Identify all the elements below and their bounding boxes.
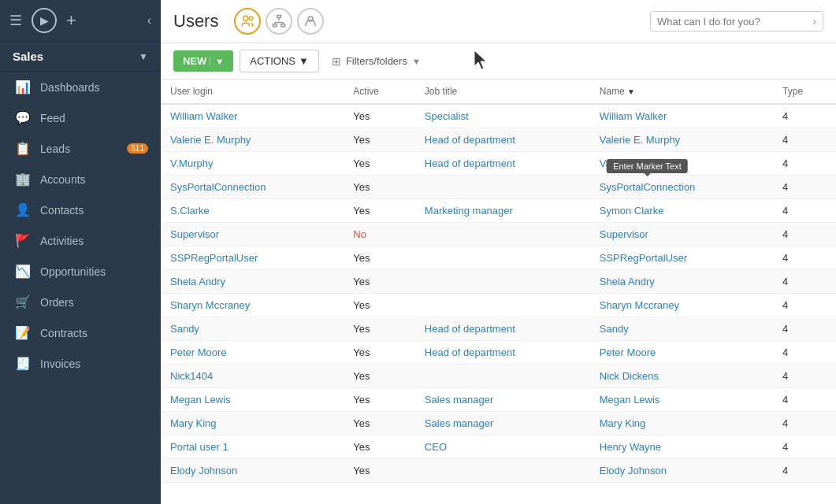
user-login-link[interactable]: Peter Moore: [170, 346, 227, 358]
name-link[interactable]: Sandy: [600, 323, 629, 335]
cell-name: Supervisor: [590, 223, 773, 246]
add-icon[interactable]: +: [66, 10, 76, 31]
name-link[interactable]: William Walker: [600, 110, 667, 122]
cell-name: SSPRegPortalUser: [590, 246, 773, 270]
cell-user-login: Supervisor: [161, 223, 344, 246]
user-login-link[interactable]: Nick1404: [170, 370, 213, 382]
svg-marker-10: [474, 50, 486, 69]
name-link[interactable]: Peter Moore: [600, 346, 656, 358]
cell-type: 4: [773, 412, 836, 435]
user-login-link[interactable]: SSPRegPortalUser: [170, 252, 258, 264]
contracts-icon: 📝: [15, 325, 31, 340]
name-link[interactable]: Shela Andry: [600, 276, 655, 287]
sidebar-item-contacts[interactable]: 👤 Contacts: [0, 195, 161, 225]
user-login-link[interactable]: Sandy: [170, 323, 199, 335]
user-login-link[interactable]: Supervisor: [170, 228, 219, 240]
cell-type: 4: [773, 246, 836, 270]
sort-arrow-icon: ▼: [627, 87, 635, 96]
sidebar-section-label: Sales: [13, 50, 139, 63]
name-link[interactable]: Mary King: [600, 417, 646, 429]
cell-active: Yes: [344, 104, 415, 128]
user-login-link[interactable]: William Walker: [170, 110, 237, 122]
name-link[interactable]: Supervisor: [600, 228, 648, 240]
cell-name: Henry Wayne: [590, 435, 773, 459]
sidebar-item-dashboards[interactable]: 📊 Dashboards: [0, 72, 161, 102]
name-link[interactable]: Nick Dickens: [600, 370, 659, 382]
table-row: SysPortalConnection Yes Enter Marker Tex…: [161, 176, 836, 199]
sidebar-item-leads[interactable]: 📋 Leads 511: [0, 133, 161, 164]
name-link[interactable]: SSPRegPortalUser: [600, 252, 687, 264]
app-logo[interactable]: ▶: [32, 8, 57, 33]
search-input[interactable]: [657, 16, 808, 28]
new-dropdown-arrow[interactable]: ▼: [210, 57, 224, 66]
accounts-icon: 🏢: [15, 172, 31, 187]
user-login-link[interactable]: SysPortalConnection: [170, 181, 266, 193]
user-login-link[interactable]: Shela Andry: [170, 276, 225, 287]
user-login-link[interactable]: V.Murphy: [170, 158, 213, 169]
collapse-icon[interactable]: ‹: [147, 13, 151, 28]
cell-user-login: Elody Johnson: [161, 459, 344, 483]
user-login-link[interactable]: Portal user 1: [170, 441, 229, 453]
user-login-link[interactable]: Sharyn Mccraney: [170, 299, 250, 311]
col-type: Type: [773, 80, 836, 104]
name-link[interactable]: Valerie E. Murphy: [600, 134, 680, 146]
sidebar-item-invoices[interactable]: 🧾 Invoices: [0, 348, 161, 379]
sidebar-item-feed[interactable]: 💬 Feed: [0, 102, 161, 133]
table-row: Sharyn Mccraney Yes Sharyn Mccraney 4: [161, 294, 836, 317]
name-link[interactable]: Elody Johnson: [600, 465, 667, 476]
table-row: Mary King Yes Sales manager Mary King 4: [161, 412, 836, 435]
topbar-icons: [234, 8, 324, 35]
col-user-login: User login: [161, 80, 344, 104]
cell-job-title: CEO: [415, 435, 590, 459]
cell-job-title: [415, 459, 590, 483]
cell-job-title: Marketing manager: [415, 199, 590, 223]
tooltip-enter-marker: Enter Marker Text: [607, 159, 688, 173]
cell-user-login: William Walker: [161, 104, 344, 128]
sidebar-item-opportunities[interactable]: 📉 Opportunities: [0, 256, 161, 287]
table-row: Elody Johnson Yes Elody Johnson 4: [161, 459, 836, 483]
sidebar-item-label-dashboards: Dashboards: [40, 81, 100, 94]
new-button[interactable]: NEW ▼: [173, 50, 233, 72]
filters-folders-btn[interactable]: ⊞ Filters/folders ▼: [332, 55, 421, 68]
cell-active: Yes: [344, 459, 415, 483]
user-login-link[interactable]: Elody Johnson: [170, 465, 237, 476]
name-link[interactable]: Henry Wayne: [600, 441, 661, 453]
table-row: Supervisor No Supervisor 4: [161, 223, 836, 246]
cell-name: Valerie E. Murphy: [590, 128, 773, 152]
cell-type: 4: [773, 459, 836, 483]
sidebar-item-contracts[interactable]: 📝 Contracts: [0, 317, 161, 348]
cell-job-title: Sales manager: [415, 388, 590, 412]
cell-active: Yes: [344, 152, 415, 176]
users-list-icon-btn[interactable]: [234, 8, 261, 35]
col-name[interactable]: Name ▼: [590, 80, 773, 104]
cell-type: 4: [773, 176, 836, 199]
sidebar-item-activities[interactable]: 🚩 Activities: [0, 225, 161, 256]
search-box[interactable]: ›: [650, 11, 823, 32]
name-link[interactable]: Symon Clarke: [600, 205, 664, 217]
name-link[interactable]: Sharyn Mccraney: [600, 299, 679, 311]
cell-user-login: Megan Lewis: [161, 388, 344, 412]
hamburger-icon[interactable]: ☰: [9, 12, 22, 29]
cell-active: Yes: [344, 341, 415, 365]
sidebar-item-label-leads: Leads: [40, 143, 70, 155]
user-login-link[interactable]: S.Clarke: [170, 205, 210, 217]
activities-icon: 🚩: [15, 233, 31, 248]
user-login-link[interactable]: Mary King: [170, 417, 217, 429]
user-login-link[interactable]: Megan Lewis: [170, 394, 231, 406]
sidebar-section-sales[interactable]: Sales ▼: [0, 42, 161, 72]
org-chart-icon-btn[interactable]: [266, 8, 292, 35]
sidebar-item-orders[interactable]: 🛒 Orders: [0, 287, 161, 317]
cell-user-login: Sandy: [161, 317, 344, 341]
name-link[interactable]: SysPortalConnection: [600, 181, 695, 193]
actions-button[interactable]: ACTIONS ▼: [240, 50, 319, 72]
profile-icon-btn[interactable]: [297, 8, 324, 35]
cell-job-title: Head of department: [415, 317, 590, 341]
cell-user-login: Peter Moore: [161, 341, 344, 365]
table-row: V.Murphy Yes Head of department Valerie …: [161, 152, 836, 176]
sidebar-item-accounts[interactable]: 🏢 Accounts: [0, 164, 161, 195]
user-login-link[interactable]: Valerie E. Murphy: [170, 134, 251, 146]
cell-name: Nick Dickens: [590, 365, 773, 388]
sidebar-item-label-feed: Feed: [40, 112, 65, 124]
name-link[interactable]: Megan Lewis: [600, 394, 660, 406]
actions-label: ACTIONS: [250, 55, 295, 67]
